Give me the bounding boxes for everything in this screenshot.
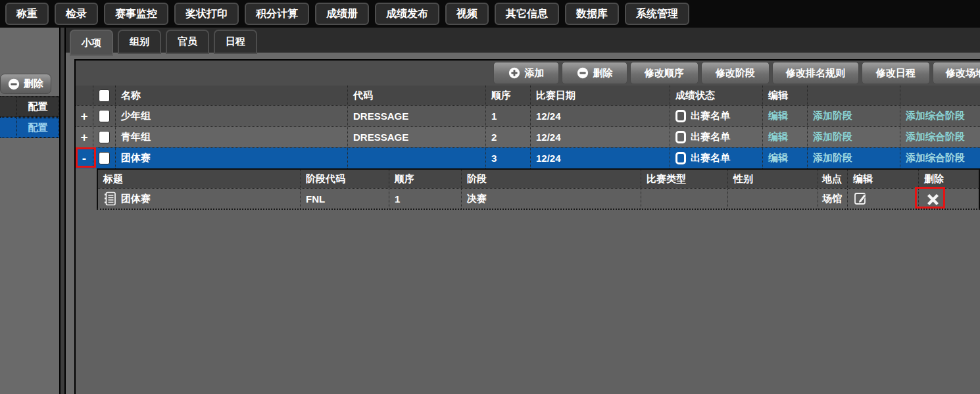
row-edit-cell: 编辑 <box>763 106 808 126</box>
row-status-cell: 出赛名单 <box>670 106 763 126</box>
table-toolbar: 添加 删除 修改顺序 修改阶段 修改排名规则 修改日程 修改场地 <box>76 61 980 86</box>
delete-button-label: 删除 <box>593 67 613 80</box>
subrow-location: 场馆 <box>818 189 848 209</box>
table-header-row: 名称 代码 顺序 比赛日期 成绩状态 编辑 <box>76 86 980 105</box>
minus-circle-icon <box>8 78 20 90</box>
menu-tab-system-admin[interactable]: 系统管理 <box>625 3 689 25</box>
header-add-stage <box>808 86 900 105</box>
modify-venue-button[interactable]: 修改场地 <box>933 62 980 84</box>
subtable-bottom-border <box>97 209 980 210</box>
tab-subevent[interactable]: 小项 <box>70 30 113 56</box>
row-date: 12/24 <box>531 148 670 168</box>
expand-plus-button[interactable]: + <box>80 131 87 143</box>
menu-tab-database[interactable]: 数据库 <box>565 3 619 25</box>
delete-x-icon[interactable] <box>924 191 942 207</box>
table-row[interactable]: + 少年组 DRESSAGE 1 12/24 出赛名单 编辑 添加阶段 添加综合… <box>76 105 980 126</box>
menu-tab-results-book[interactable]: 成绩册 <box>315 3 369 25</box>
add-stage-link[interactable]: 添加阶段 <box>813 110 852 122</box>
subtable-row[interactable]: 团体赛 FNL 1 决赛 场馆 <box>98 188 979 209</box>
subtable-header-row: 标题 阶段代码 顺序 阶段 比赛类型 性别 地点 编辑 删除 <box>98 170 979 188</box>
sidebar-item-label: 配置 <box>16 97 59 116</box>
tab-group[interactable]: 组别 <box>118 30 161 54</box>
menu-tab-results-publish[interactable]: 成绩发布 <box>375 3 439 25</box>
menu-tab-points-calc[interactable]: 积分计算 <box>245 3 309 25</box>
add-stage-link[interactable]: 添加阶段 <box>813 152 852 164</box>
header-edit: 编辑 <box>763 86 808 105</box>
menu-tab-weighing[interactable]: 称重 <box>5 3 49 25</box>
subheader-title: 标题 <box>98 170 301 188</box>
table-row-selected[interactable]: - 团体赛 3 12/24 出赛名单 编辑 添加阶段 添加综合阶段 <box>76 147 980 168</box>
subrow-order: 1 <box>389 189 462 209</box>
entry-list-label: 出赛名单 <box>691 131 730 143</box>
entry-list-checkbox[interactable] <box>675 131 686 143</box>
edit-link[interactable]: 编辑 <box>768 110 788 122</box>
edit-link[interactable]: 编辑 <box>768 152 788 164</box>
entry-list-checkbox[interactable] <box>675 152 686 164</box>
row-checkbox[interactable] <box>99 152 110 164</box>
add-combined-stage-link[interactable]: 添加综合阶段 <box>906 110 965 122</box>
subrow-title: 团体赛 <box>121 193 151 205</box>
row-checkbox[interactable] <box>99 110 110 122</box>
entry-list-label: 出赛名单 <box>691 110 730 122</box>
subheader-gender: 性别 <box>728 170 818 188</box>
menu-tab-other-info[interactable]: 其它信息 <box>495 3 559 25</box>
subheader-stage-code: 阶段代码 <box>301 170 389 188</box>
collapse-minus-button[interactable]: - <box>82 152 86 164</box>
delete-button[interactable]: 删除 <box>562 62 627 84</box>
expand-plus-button[interactable]: + <box>80 110 87 122</box>
menu-tab-checkin[interactable]: 检录 <box>55 3 98 25</box>
sidebar-delete-button[interactable]: 删除 <box>0 74 51 94</box>
sub-tab-bar: 小项 组别 官员 日程 <box>70 30 257 54</box>
row-date: 12/24 <box>531 106 670 126</box>
table-panel: 添加 删除 修改顺序 修改阶段 修改排名规则 修改日程 修改场地 <box>74 59 980 394</box>
subrow-title-cell: 团体赛 <box>98 189 301 209</box>
row-checkbox[interactable] <box>99 131 110 143</box>
top-menu-bar: 称重 检录 赛事监控 奖状打印 积分计算 成绩册 成绩发布 视频 其它信息 数据… <box>0 0 980 28</box>
subrow-stage-code: FNL <box>301 189 389 209</box>
sidebar-item-label: 配置 <box>16 118 59 137</box>
menu-tab-video[interactable]: 视频 <box>445 3 489 25</box>
row-date: 12/24 <box>531 127 670 147</box>
menu-tab-certificate-print[interactable]: 奖状打印 <box>174 3 239 25</box>
row-checkbox-cell <box>93 127 116 147</box>
entry-list-checkbox[interactable] <box>675 110 686 122</box>
add-combined-stage-link[interactable]: 添加综合阶段 <box>906 131 965 143</box>
row-add-combined-cell: 添加综合阶段 <box>900 148 980 168</box>
select-all-checkbox[interactable] <box>99 89 110 102</box>
subrow-gender <box>728 189 818 209</box>
row-checkbox-cell <box>93 148 116 168</box>
row-order: 3 <box>486 148 531 168</box>
row-code: DRESSAGE <box>348 127 486 147</box>
subrow-delete-cell <box>919 189 979 209</box>
sidebar-splitter[interactable] <box>59 28 66 394</box>
add-combined-stage-link[interactable]: 添加综合阶段 <box>906 152 965 164</box>
tab-officials[interactable]: 官员 <box>166 30 209 54</box>
modify-ranking-rules-button[interactable]: 修改排名规则 <box>772 62 859 84</box>
sidebar-item-config-1[interactable]: 配置 <box>0 96 59 117</box>
subheader-order: 顺序 <box>389 170 462 188</box>
row-name: 少年组 <box>116 106 348 126</box>
row-add-combined-cell: 添加综合阶段 <box>900 106 980 126</box>
header-expand-cell <box>76 86 93 105</box>
sidebar-item-config-2[interactable]: 配置 <box>0 117 59 138</box>
subrow-stage: 决赛 <box>462 189 641 209</box>
subheader-location: 地点 <box>818 170 848 188</box>
add-button[interactable]: 添加 <box>493 62 559 84</box>
row-name: 团体赛 <box>116 148 348 168</box>
modify-order-button[interactable]: 修改顺序 <box>630 62 698 84</box>
menu-tab-event-monitor[interactable]: 赛事监控 <box>104 3 168 25</box>
modify-schedule-button[interactable]: 修改日程 <box>862 62 930 84</box>
subrow-edit-cell <box>848 189 919 209</box>
tab-schedule[interactable]: 日程 <box>214 30 257 54</box>
sidebar-config-list: 配置 配置 <box>0 96 59 138</box>
row-add-stage-cell: 添加阶段 <box>808 148 900 168</box>
left-sidebar: 删除 配置 配置 <box>0 28 59 394</box>
edit-link[interactable]: 编辑 <box>768 131 788 143</box>
row-expand-cell: + <box>76 106 93 126</box>
add-stage-link[interactable]: 添加阶段 <box>813 131 852 143</box>
header-status: 成绩状态 <box>670 86 763 105</box>
table-row[interactable]: + 青年组 DRESSAGE 2 12/24 出赛名单 编辑 添加阶段 添加综合… <box>76 126 980 147</box>
modify-stage-button[interactable]: 修改阶段 <box>701 62 770 84</box>
edit-pencil-icon[interactable] <box>853 191 870 207</box>
row-code: DRESSAGE <box>348 106 486 126</box>
